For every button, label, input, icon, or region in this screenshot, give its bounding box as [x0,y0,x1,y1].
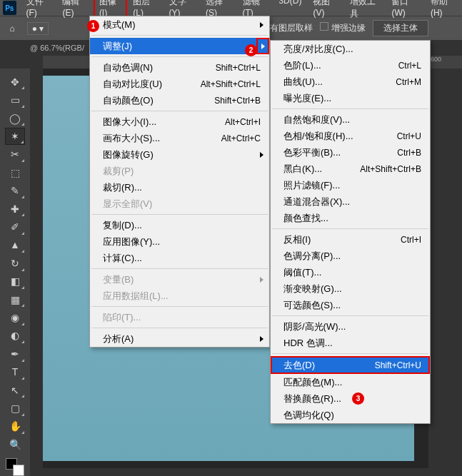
menu-item[interactable]: 照片滤镜(F)... [271,177,430,193]
tool-hand[interactable]: ✋ [5,418,25,435]
menu-item[interactable]: 匹配颜色(M)... [271,374,430,390]
tool-eyedropper[interactable]: ✎ [5,182,25,198]
menu-窗口[interactable]: 窗口(W) [386,0,424,21]
tool-zoom[interactable]: 🔍 [5,436,25,452]
menu-item[interactable]: 渐变映射(G)... [271,280,430,297]
app-logo: Ps [3,1,16,15]
menu-视图[interactable]: 视图(V) [307,0,343,21]
menu-item[interactable]: 模式(M) [90,16,269,33]
tool-shape[interactable]: ▢ [5,400,25,416]
brush-preset[interactable]: ● ▾ [27,22,49,35]
menubar: Ps 文件(F)编辑(E)图像(I)图层(L)文字(Y)选择(S)滤镜(T)3D… [0,0,462,16]
tool-crop[interactable]: ✂ [5,146,25,163]
menu-item[interactable]: 色阶(L)...Ctrl+L [271,57,430,74]
tool-eraser[interactable]: ◧ [5,273,25,290]
menu-item[interactable]: 曝光度(E)... [271,90,430,106]
menu-item[interactable]: 画布大小(S)...Alt+Ctrl+C [90,130,269,146]
menu-item[interactable]: 图像大小(I)...Alt+Ctrl+I [90,113,269,130]
tool-frame[interactable]: ⬚ [5,164,25,181]
tool-move[interactable]: ✥ [5,74,25,90]
menu-item[interactable]: 应用图像(Y)... [90,233,269,250]
home-icon[interactable]: ⌂ [4,21,20,36]
menu-3d[interactable]: 3D(D) [273,0,307,21]
menu-item[interactable]: 通道混合器(X)... [271,193,430,210]
tool-gradient[interactable]: ▦ [5,291,25,308]
menu-item[interactable]: 颜色查找... [271,210,430,226]
menu-item[interactable]: 自然饱和度(V)... [271,111,430,128]
tool-heal[interactable]: ✚ [5,201,25,217]
tool-dodge[interactable]: ◐ [5,328,25,344]
menu-item[interactable]: 可选颜色(S)... [271,297,430,313]
menu-item[interactable]: 自动色调(N)Shift+Ctrl+L [90,59,269,76]
tool-pen[interactable]: ✒ [5,345,25,362]
menu-item[interactable]: 色相/饱和度(H)...Ctrl+U [271,128,430,144]
menu-编辑[interactable]: 编辑(E) [56,0,93,21]
menu-item: 陷印(T)... [90,309,269,325]
menu-item[interactable]: 调整(J) [90,38,269,54]
menu-item[interactable]: 自动对比度(U)Alt+Shift+Ctrl+L [90,76,269,92]
enhance-edge-label: 增强边缘 [331,23,366,33]
tool-marquee[interactable]: ▭ [5,91,25,108]
menu-帮助[interactable]: 帮助(H) [425,0,462,21]
tool-brush[interactable]: ✐ [5,218,25,235]
menu-item[interactable]: HDR 色调... [271,335,430,351]
menu-item[interactable]: 阴影/高光(W)... [271,318,430,335]
tool-lasso[interactable]: ◯ [5,110,25,126]
tool-path[interactable]: ↖ [5,382,25,398]
menu-item[interactable]: 计算(C)... [90,250,269,266]
color-swatches[interactable] [6,458,24,476]
menu-item[interactable]: 亮度/对比度(C)... [271,41,430,57]
menu-item[interactable]: 裁切(R)... [90,179,269,196]
adjust-submenu: 亮度/对比度(C)...色阶(L)...Ctrl+L曲线(U)...Ctrl+M… [270,40,431,424]
menu-增效工具[interactable]: 增效工具 [344,0,386,21]
annotation-badge-2: 2 [245,44,257,56]
tool-blur[interactable]: ◉ [5,309,25,325]
enhance-edge-checkbox[interactable] [320,22,328,31]
menu-item: 显示全部(V) [90,196,269,212]
menu-item[interactable]: 反相(I)Ctrl+I [271,231,430,248]
menu-item[interactable]: 色调均化(Q) [271,407,430,423]
menu-item[interactable]: 复制(D)... [90,217,269,233]
menu-item: 裁剪(P) [90,163,269,179]
image-menu-dropdown: 模式(M)调整(J)自动色调(N)Shift+Ctrl+L自动对比度(U)Alt… [89,16,270,348]
menu-item[interactable]: 曲线(U)...Ctrl+M [271,74,430,90]
tool-stamp[interactable]: ▲ [5,237,25,253]
menu-item: 变量(B) [90,271,269,288]
menu-文件[interactable]: 文件(F) [21,0,57,21]
menu-item[interactable]: 图像旋转(G) [90,146,269,163]
menu-item: 应用数据组(L)... [90,288,269,304]
tools-panel: ✥ ▭ ◯ ✶ ✂ ⬚ ✎ ✚ ✐ ▲ ↻ ◧ ▦ ◉ ◐ ✒ T ↖ ▢ ✋ … [0,69,30,476]
annotation-badge-1: 1 [87,20,99,32]
menu-item[interactable]: 自动颜色(O)Shift+Ctrl+B [90,92,269,108]
menu-item[interactable]: 阈值(T)... [271,264,430,280]
annotation-badge-3: 3 [352,393,364,405]
menu-item[interactable]: 分析(A) [90,330,269,347]
menu-item[interactable]: 色彩平衡(B)...Ctrl+B [271,144,430,161]
menu-item[interactable]: 黑白(K)...Alt+Shift+Ctrl+B [271,161,430,177]
tool-text[interactable]: T [5,364,25,380]
menu-item[interactable]: 色调分离(P)... [271,248,430,264]
menu-item[interactable]: 替换颜色(R)... [271,390,430,407]
select-subject-button[interactable]: 选择主体 [373,20,428,36]
tool-quick-select[interactable]: ✶ [5,128,25,144]
menu-item[interactable]: 去色(D)Shift+Ctrl+U [271,356,430,374]
tool-history-brush[interactable]: ↻ [5,255,25,271]
